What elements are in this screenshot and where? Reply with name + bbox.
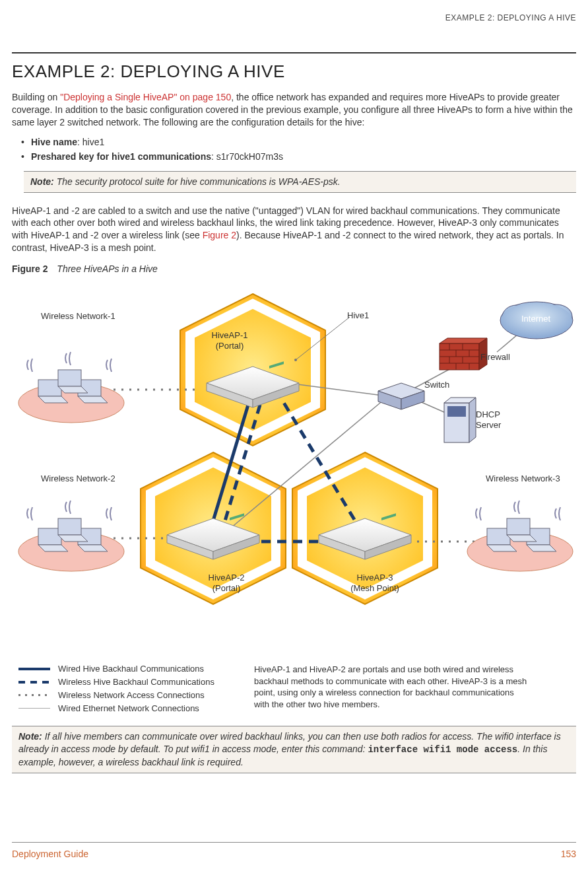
- svg-marker-55: [469, 398, 476, 442]
- page-title: EXAMPLE 2: DEPLOYING A HIVE: [12, 61, 576, 82]
- divider-top: [12, 52, 576, 53]
- footer-divider: [12, 842, 576, 843]
- legend-description: HiveAP-1 and HiveAP-2 are portals and us…: [254, 664, 531, 717]
- legend-wireless-access: Wireless Network Access Connections: [18, 690, 214, 700]
- svg-marker-48: [440, 338, 487, 343]
- label-internet: Internet: [521, 314, 550, 324]
- label-wireless-net2: Wireless Network-2: [41, 474, 115, 484]
- svg-rect-56: [447, 406, 466, 417]
- label-hive1: Hive1: [347, 310, 369, 321]
- label-ap1: HiveAP-1 (Portal): [200, 330, 259, 351]
- bullet-psk: Preshared key for hive1 communications: …: [21, 151, 576, 162]
- paragraph-topology: HiveAP-1 and -2 are cabled to a switch a…: [12, 205, 576, 255]
- legend-section: Wired Hive Backhaul Communications Wirel…: [12, 664, 576, 717]
- note-security-suite: Note: The security protocol suite for hi…: [24, 171, 576, 193]
- legend-wireless-backhaul: Wireless Hive Backhaul Communications: [18, 677, 214, 687]
- legend-wired-ethernet: Wired Ethernet Network Connections: [18, 703, 214, 713]
- note-wired-backhaul: Note: If all hive members can communicat…: [12, 726, 576, 773]
- page-footer: Deployment Guide 153: [12, 849, 576, 859]
- legend-list: Wired Hive Backhaul Communications Wirel…: [18, 664, 214, 717]
- footer-page-number: 153: [561, 849, 576, 859]
- svg-rect-76: [507, 518, 530, 535]
- bullet-hive-name: Hive name: hive1: [21, 137, 576, 147]
- link-figure2[interactable]: Figure 2: [203, 230, 236, 240]
- legend-wired-backhaul: Wired Hive Backhaul Communications: [18, 664, 214, 674]
- intro-paragraph: Building on "Deploying a Single HiveAP" …: [12, 91, 576, 129]
- label-ap3: HiveAP-3 (Mesh Point): [339, 573, 411, 593]
- legend-line-dashed-blue: [18, 681, 50, 684]
- figure-caption: Figure 2 Three HiveAPs in a Hive: [12, 264, 576, 274]
- svg-point-19: [294, 359, 297, 361]
- legend-line-dotted-gray: [18, 694, 50, 696]
- label-wireless-net1: Wireless Network-1: [41, 311, 115, 322]
- label-ap2: HiveAP-2 (Portal): [197, 573, 256, 593]
- label-dhcp: DHCP Server: [476, 409, 501, 430]
- label-switch: Switch: [424, 380, 449, 390]
- diagram-svg: [12, 281, 576, 657]
- legend-line-solid-blue: [18, 668, 50, 670]
- label-wireless-net3: Wireless Network-3: [486, 474, 560, 484]
- legend-line-thin-gray: [18, 708, 50, 709]
- figure-diagram: Wireless Network-1 Wireless Network-2 Wi…: [12, 281, 576, 657]
- svg-rect-62: [58, 370, 81, 386]
- running-header: EXAMPLE 2: DEPLOYING A HIVE: [12, 13, 576, 22]
- footer-title: Deployment Guide: [12, 849, 88, 859]
- config-bullet-list: Hive name: hive1 Preshared key for hive1…: [21, 137, 576, 162]
- label-firewall: Firewall: [480, 352, 510, 363]
- svg-rect-69: [58, 518, 81, 535]
- link-deploying-single[interactable]: "Deploying a Single HiveAP" on page 150: [60, 92, 231, 102]
